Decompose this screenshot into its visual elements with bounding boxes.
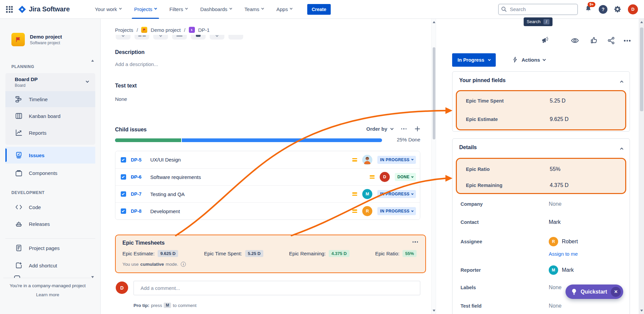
breadcrumb-projects[interactable]: Projects [115,27,133,33]
nav-item-apps[interactable]: Apps [270,0,299,19]
sidebar-item-issues[interactable]: Issues [5,147,95,164]
assignee-avatar[interactable]: R [362,206,372,216]
field-value[interactable]: 9.625 D [550,116,569,122]
search-input[interactable] [498,4,578,15]
sidebar-item-reports[interactable]: Reports [5,125,95,141]
issue-key[interactable]: DP-8 [131,208,146,214]
scroll-up-arrow[interactable] [433,21,435,23]
field-value[interactable]: 4.375 D [550,182,569,188]
collapse-chevron-icon[interactable] [620,147,624,151]
issue-checkbox[interactable] [121,208,126,214]
issue-summary[interactable]: Software requirements [150,174,201,180]
project-header[interactable]: Demo project Software project [11,33,62,46]
nav-item-teams[interactable]: Teams [238,0,270,19]
epic-timesheets-more-button[interactable] [413,241,418,243]
assignee-avatar[interactable] [362,155,372,165]
collapse-chevron-icon[interactable] [620,80,624,84]
status-dropdown[interactable]: IN PROGRESS [377,207,416,215]
issue-key[interactable]: DP-5 [131,157,146,163]
sidebar-item-project-pages[interactable]: Project pages [5,240,95,256]
status-dropdown-button[interactable]: In Progress [452,53,496,67]
scroll-down-arrow[interactable] [433,310,435,312]
assignee-person[interactable]: R Robert [549,237,578,246]
vote-button[interactable] [589,36,598,46]
scrollbar-thumb[interactable] [433,47,435,139]
toolbar-button-partial[interactable] [153,35,168,40]
toolbar-button-partial[interactable] [135,35,149,40]
issue-checkbox[interactable] [121,174,126,180]
breadcrumb-issue-key[interactable]: DP-1 [198,27,210,33]
notifications-button[interactable]: 9+ [584,5,592,14]
scroll-up-arrow[interactable] [640,21,643,23]
assignee-avatar[interactable]: M [362,189,372,199]
reporter-person[interactable]: M Mark [549,265,574,275]
toolbar-button-partial[interactable] [172,35,187,40]
toolbar-button-partial[interactable] [116,35,130,40]
info-icon[interactable]: i [181,262,186,267]
quickstart-button[interactable]: Quickstart ✕ [566,285,623,299]
issue-summary[interactable]: Development [150,208,180,214]
board-selector[interactable]: Board DP Board [5,74,95,88]
nav-item-dashboards[interactable]: Dashboards [194,0,238,19]
priority-medium-icon[interactable] [352,209,357,213]
sidebar-item-timeline[interactable]: Timeline [5,91,95,107]
field-value[interactable]: 55% [550,166,560,172]
comment-input[interactable] [133,281,420,295]
issue-key[interactable]: DP-7 [131,191,146,197]
toolbar-button-partial[interactable] [210,35,224,40]
toolbar-button-partial[interactable] [228,35,243,40]
breadcrumb-project[interactable]: Demo project [151,27,180,33]
quickstart-close-button[interactable]: ✕ [611,287,621,297]
sidebar-scroll-up-arrow[interactable] [91,60,94,62]
priority-medium-icon[interactable] [370,175,375,179]
status-dropdown[interactable]: IN PROGRESS [377,156,416,164]
main-content-scrollbar[interactable] [431,19,436,314]
status-dropdown[interactable]: DONE [395,173,416,181]
status-dropdown[interactable]: IN PROGRESS [377,190,416,198]
sidebar-scroll-down-arrow[interactable] [91,276,94,278]
child-issue-row[interactable]: DP-5 UX/UI Design IN PROGRESS [115,151,420,168]
user-avatar[interactable]: D [628,4,638,14]
order-by-dropdown[interactable]: Order by [366,126,393,132]
issue-summary[interactable]: UX/UI Design [150,157,181,163]
child-issue-row[interactable]: DP-8 Development R IN PROGRESS [115,202,420,219]
issue-key[interactable]: DP-6 [131,174,146,180]
more-actions-button[interactable] [624,40,631,42]
page-scrollbar[interactable] [639,19,644,314]
add-child-issue-button[interactable] [415,126,420,132]
nav-item-your-work[interactable]: Your work [89,0,128,19]
create-button[interactable]: Create [307,4,331,15]
learn-more-link[interactable]: Learn more [0,292,95,297]
child-issues-more-button[interactable] [401,128,407,130]
feedback-button[interactable] [541,36,550,46]
scrollbar-thumb[interactable] [640,27,643,111]
field-value[interactable]: 5.25 D [550,98,566,104]
test-text-value[interactable]: None [115,96,127,102]
actions-dropdown[interactable]: Actions [512,56,545,63]
sidebar-item-components[interactable]: Components [5,165,95,181]
issue-checkbox[interactable] [121,191,126,197]
jira-logo[interactable]: Jira Software [18,5,70,13]
description-placeholder[interactable]: Add a description... [115,61,158,67]
share-button[interactable] [607,36,616,46]
scroll-down-arrow[interactable] [640,310,643,312]
sidebar-item-kanban-board[interactable]: Kanban board [5,108,95,124]
issue-checkbox[interactable] [121,157,126,163]
sidebar-item-code[interactable]: Code [5,199,95,215]
assign-to-me-link[interactable]: Assign to me [549,251,578,257]
child-issue-row[interactable]: DP-6 Software requirements D DONE [115,168,420,185]
app-switcher-icon[interactable] [6,6,13,13]
nav-item-projects[interactable]: Projects [128,0,163,19]
sidebar-item-add-shortcut[interactable]: Add shortcut [5,257,95,273]
toolbar-button-partial[interactable] [191,35,206,40]
watch-button[interactable] [571,36,579,46]
nav-item-filters[interactable]: Filters [163,0,194,19]
settings-button[interactable] [614,5,622,13]
sidebar-item-releases[interactable]: Releases [5,216,95,232]
issue-summary[interactable]: Testing and QA [150,191,185,197]
assignee-avatar[interactable]: D [380,172,390,182]
priority-medium-icon[interactable] [352,158,357,162]
priority-medium-icon[interactable] [352,192,357,196]
child-issue-row[interactable]: DP-7 Testing and QA M IN PROGRESS [115,185,420,202]
help-button[interactable]: ? [599,5,607,14]
